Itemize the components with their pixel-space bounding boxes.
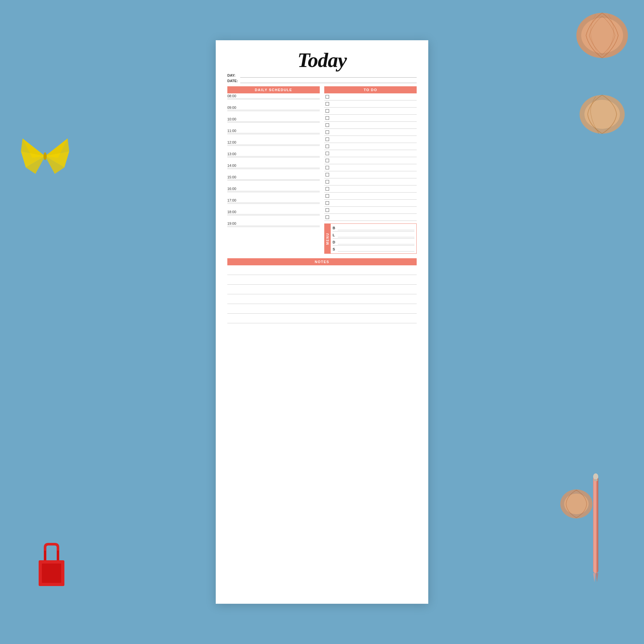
menu-label-s: S xyxy=(333,247,336,251)
todo-item-4[interactable] xyxy=(324,115,417,122)
date-field-row: DATE: xyxy=(227,79,417,83)
time-0800: 08:00 xyxy=(227,94,320,98)
todo-checkbox-4[interactable] xyxy=(326,116,329,120)
time-0900: 09:00 xyxy=(227,106,320,109)
todo-checkbox-17[interactable] xyxy=(326,208,329,212)
todo-item-10[interactable] xyxy=(324,157,417,164)
shell-decoration-top-right xyxy=(570,6,634,64)
todo-checkbox-14[interactable] xyxy=(326,187,329,191)
menu-label-d: D xyxy=(333,240,336,244)
todo-item-6[interactable] xyxy=(324,129,417,136)
butterfly-decoration xyxy=(19,135,71,177)
todo-column: TO DO MENU xyxy=(324,86,417,254)
todo-checkbox-12[interactable] xyxy=(326,173,329,176)
todo-checkbox-6[interactable] xyxy=(326,130,329,134)
notes-line-6[interactable] xyxy=(227,314,417,323)
schedule-row-1200[interactable]: 12:00 xyxy=(227,140,320,151)
todo-checkbox-2[interactable] xyxy=(326,102,329,106)
svg-rect-22 xyxy=(42,563,61,583)
schedule-row-1800[interactable]: 18:00 xyxy=(227,209,320,221)
todo-item-3[interactable] xyxy=(324,108,417,115)
svg-point-10 xyxy=(581,18,623,53)
day-date-area: DAY: DATE: xyxy=(227,73,417,83)
todo-item-2[interactable] xyxy=(324,100,417,108)
todo-item-13[interactable] xyxy=(324,178,417,185)
todo-item-16[interactable] xyxy=(324,200,417,207)
menu-label-b: B xyxy=(333,226,336,230)
time-1400: 14:00 xyxy=(227,164,320,167)
todo-item-5[interactable] xyxy=(324,122,417,129)
schedule-row-1000[interactable]: 10:00 xyxy=(227,117,320,128)
todo-item-7[interactable] xyxy=(324,136,417,143)
todo-item-15[interactable] xyxy=(324,193,417,200)
todo-checkbox-8[interactable] xyxy=(326,145,329,148)
todo-item-1[interactable] xyxy=(324,93,417,100)
svg-marker-17 xyxy=(593,573,596,582)
todo-checkbox-1[interactable] xyxy=(326,95,329,99)
time-1300: 13:00 xyxy=(227,152,320,156)
notes-line-4[interactable] xyxy=(227,294,417,304)
schedule-row-1100[interactable]: 11:00 xyxy=(227,128,320,140)
schedule-row-1500[interactable]: 15:00 xyxy=(227,175,320,186)
todo-checkbox-10[interactable] xyxy=(326,159,329,162)
notes-header: NOTES xyxy=(227,258,417,265)
svg-marker-18 xyxy=(596,573,598,582)
svg-point-12 xyxy=(584,100,620,129)
todo-checkbox-3[interactable] xyxy=(326,109,329,113)
notes-section: NOTES xyxy=(227,258,417,323)
todo-header: TO DO xyxy=(324,86,417,93)
todo-checkbox-13[interactable] xyxy=(326,180,329,184)
menu-row-d[interactable]: D xyxy=(333,239,414,246)
svg-rect-16 xyxy=(593,477,598,573)
menu-label-l: L xyxy=(333,233,336,237)
schedule-row-1700[interactable]: 17:00 xyxy=(227,198,320,209)
time-1600: 16:00 xyxy=(227,187,320,191)
two-column-layout: DAILY SCHEDULE 08:00 09:00 10:00 11:00 xyxy=(227,86,417,254)
schedule-row-1600[interactable]: 16:00 xyxy=(227,186,320,198)
svg-point-19 xyxy=(593,473,598,480)
menu-items: B L D S xyxy=(331,224,416,253)
todo-item-8[interactable] xyxy=(324,143,417,150)
notes-line-2[interactable] xyxy=(227,275,417,285)
todo-checkbox-5[interactable] xyxy=(326,123,329,127)
schedule-row-1400[interactable]: 14:00 xyxy=(227,163,320,175)
notes-line-5[interactable] xyxy=(227,304,417,314)
schedule-row-0800[interactable]: 08:00 xyxy=(227,93,320,105)
todo-checkbox-16[interactable] xyxy=(326,201,329,205)
todo-item-11[interactable] xyxy=(324,164,417,171)
time-1800: 18:00 xyxy=(227,210,320,214)
svg-point-14 xyxy=(564,494,589,514)
page-header: Today xyxy=(227,50,417,71)
pen-decoration xyxy=(586,470,605,586)
day-input-line[interactable] xyxy=(240,73,417,78)
todo-item-9[interactable] xyxy=(324,150,417,157)
schedule-row-0900[interactable]: 09:00 xyxy=(227,105,320,117)
todo-checkbox-15[interactable] xyxy=(326,194,329,198)
todo-checkbox-7[interactable] xyxy=(326,137,329,141)
notes-line-3[interactable] xyxy=(227,285,417,294)
time-1200: 12:00 xyxy=(227,140,320,144)
date-label: DATE: xyxy=(227,79,239,83)
notes-line-1[interactable] xyxy=(227,265,417,275)
todo-item-14[interactable] xyxy=(324,185,417,193)
day-label: DAY: xyxy=(227,73,239,77)
date-input-line[interactable] xyxy=(240,79,417,83)
todo-item-18[interactable] xyxy=(324,214,417,221)
menu-row-l[interactable]: L xyxy=(333,232,414,239)
schedule-row-1300[interactable]: 13:00 xyxy=(227,151,320,163)
todo-item-17[interactable] xyxy=(324,207,417,214)
page-title: Today xyxy=(227,50,417,71)
todo-checkbox-18[interactable] xyxy=(326,215,329,219)
schedule-row-1900[interactable]: 19:00 xyxy=(227,221,320,232)
time-1700: 17:00 xyxy=(227,198,320,202)
time-1000: 10:00 xyxy=(227,117,320,121)
menu-row-b[interactable]: B xyxy=(333,224,414,232)
todo-checkbox-9[interactable] xyxy=(326,152,329,155)
schedule-column: DAILY SCHEDULE 08:00 09:00 10:00 11:00 xyxy=(227,86,320,254)
todo-item-12[interactable] xyxy=(324,171,417,178)
time-1500: 15:00 xyxy=(227,175,320,179)
todo-checkbox-11[interactable] xyxy=(326,166,329,169)
time-1100: 11:00 xyxy=(227,129,320,133)
menu-section: MENU B L D S xyxy=(324,223,417,254)
menu-row-s[interactable]: S xyxy=(333,246,414,253)
